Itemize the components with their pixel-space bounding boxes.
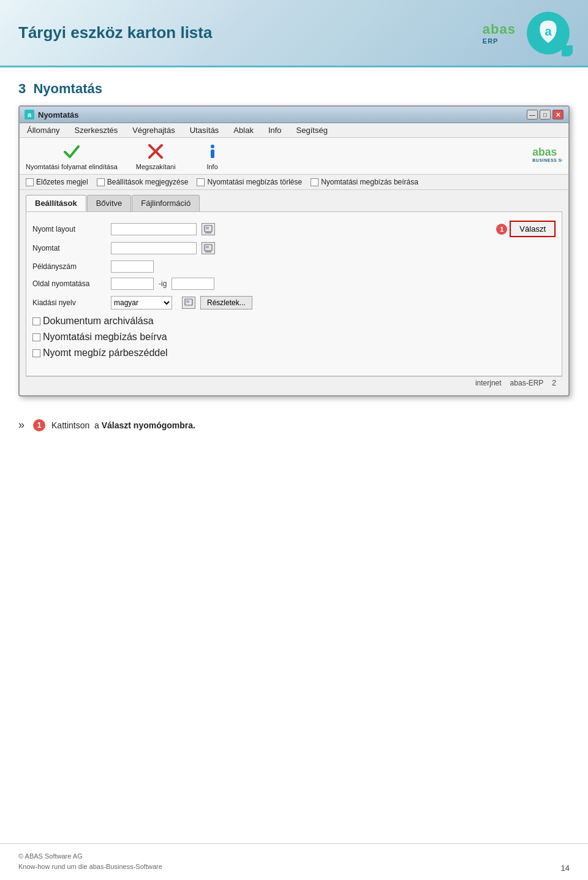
layout-label: Nyomt layout: [32, 225, 106, 233]
menu-vegrehajtás[interactable]: Végrehajtás: [130, 125, 177, 135]
checkbox-torlese-label: Nyomtatási megbízás törlése: [207, 178, 302, 186]
lang-select[interactable]: magyar: [111, 296, 172, 309]
page-title: Tárgyi eszköz karton lista: [18, 23, 212, 42]
checkbox-elozetes[interactable]: Előzetes megjel: [26, 178, 88, 186]
badge-1: 1: [496, 224, 507, 235]
svg-rect-4: [211, 150, 214, 158]
lang-row: Kiadási nyelv magyar Részletek...: [32, 296, 556, 309]
svg-rect-14: [186, 300, 189, 303]
menu-allomany[interactable]: Állomány: [24, 125, 62, 135]
dialog-titlebar: a Nyomtatás — □ ✕: [20, 107, 568, 123]
tab-beallitasok[interactable]: Beállítások: [26, 195, 86, 211]
page-header: Tárgyi eszköz karton lista abas ERP a: [0, 0, 588, 67]
layout-input[interactable]: [111, 223, 197, 235]
layout-row: Nyomt layout 1 Választ: [32, 221, 556, 237]
tab-fajlinfo[interactable]: Fájlinformáció: [132, 195, 200, 211]
svg-text:abas: abas: [532, 145, 557, 157]
svg-point-3: [211, 145, 214, 148]
copies-input[interactable]: [111, 260, 154, 273]
statusbar-db: abas-ERP: [510, 379, 544, 387]
menu-info[interactable]: Info: [266, 125, 284, 135]
statusbar: interjnet abas-ERP 2: [26, 376, 562, 389]
instruction-badge: 1: [33, 419, 45, 431]
instruction-row: » 1 Kattintson a Választ nyomógombra.: [0, 409, 588, 438]
checkbox-beallitasok[interactable]: Beállítások megjegyzése: [97, 178, 189, 186]
footer-tagline: Know-how rund um die abas-Business-Softw…: [18, 862, 162, 873]
menu-szerkesztes[interactable]: Szerkesztés: [72, 125, 120, 135]
pages-to-input[interactable]: [172, 278, 214, 290]
maximize-button[interactable]: □: [540, 110, 551, 119]
checkbox-elozetes-label: Előzetes megjel: [36, 178, 88, 186]
print-input[interactable]: [111, 242, 197, 254]
menu-utasitas[interactable]: Utasítás: [187, 125, 222, 135]
arrow-icon: »: [18, 419, 24, 431]
svg-rect-8: [206, 227, 209, 229]
checkbox-torlese-box[interactable]: [197, 178, 205, 186]
statusbar-page: 2: [552, 379, 556, 387]
window-controls[interactable]: — □ ✕: [527, 110, 564, 119]
svg-text:BUSINESS SOFTWARE: BUSINESS SOFTWARE: [532, 158, 562, 162]
archive-checkbox[interactable]: Dokumentum archiválása: [32, 316, 154, 327]
start-print-label: Nyomtatási folyamat elindítása: [26, 163, 118, 170]
svg-text:a: a: [545, 25, 552, 38]
copies-row: Példányszám: [32, 260, 556, 273]
dialog-window: a Nyomtatás — □ ✕ Állomány Szerkesztés V…: [18, 105, 570, 396]
archive-label: Dokumentum archiválása: [43, 316, 154, 327]
reszletek-button[interactable]: Részletek...: [200, 296, 252, 309]
print-order-label: Nyomtatási megbízás beírva: [43, 332, 167, 343]
checkmark-icon: [62, 142, 81, 161]
dialog-titlebar-left: a Nyomtatás: [24, 110, 78, 119]
lang-select-wrapper: magyar: [111, 296, 172, 309]
print-order-checkbox-box[interactable]: [32, 333, 40, 341]
print-order-row: Nyomtatási megbízás beírva: [32, 332, 556, 343]
dialog-label: Nyomt megbíz párbeszéddel: [43, 347, 168, 358]
print-label: Nyomtat: [32, 244, 106, 252]
cancel-button[interactable]: Megszakítani: [136, 142, 176, 170]
dialog-checkbox-row: Nyomt megbíz párbeszéddel: [32, 347, 556, 358]
checkbox-torlese[interactable]: Nyomtatási megbízás törlése: [197, 178, 302, 186]
toolbar-abas-logo: abas BUSINESS SOFTWARE: [532, 144, 562, 169]
footer-page: 14: [561, 863, 570, 873]
minimize-button[interactable]: —: [527, 110, 538, 119]
abas-logo-sub: ERP: [483, 37, 516, 45]
checkbox-beirasa-label: Nyomtatási megbízás beírása: [321, 178, 418, 186]
checkbox-beallitasok-box[interactable]: [97, 178, 105, 186]
instruction-text: Kattintson a Választ nyomógombra.: [51, 420, 195, 430]
abas-circle-icon: a: [527, 12, 570, 55]
print-order-checkbox[interactable]: Nyomtatási megbízás beírva: [32, 332, 167, 343]
tabs-area: Beállítások Bővitve Fájlinformáció: [20, 190, 568, 211]
info-icon: [203, 142, 222, 161]
start-print-button[interactable]: Nyomtatási folyamat elindítása: [26, 142, 118, 170]
checkbox-beirasa-box[interactable]: [311, 178, 318, 186]
svg-rect-11: [206, 246, 209, 248]
footer-left: © ABAS Software AG Know-how rund um die …: [18, 851, 162, 873]
dialog-checkbox[interactable]: Nyomt megbíz párbeszéddel: [32, 347, 168, 358]
archive-row: Dokumentum archiválása: [32, 316, 556, 327]
checkbox-elozetes-box[interactable]: [26, 178, 34, 186]
checkbox-row: Előzetes megjel Beállítások megjegyzése …: [20, 175, 568, 190]
menu-segitseg[interactable]: Segítség: [294, 125, 330, 135]
print-row: Nyomtat: [32, 242, 556, 254]
svg-text:a: a: [28, 111, 32, 118]
statusbar-server: interjnet: [475, 379, 502, 387]
close-button[interactable]: ✕: [552, 110, 564, 119]
valaszt-button[interactable]: Választ: [510, 221, 556, 237]
lang-label: Kiadási nyelv: [32, 298, 106, 307]
tabs-row: Beállítások Bővitve Fájlinformáció: [26, 195, 562, 211]
print-browse-button[interactable]: [202, 242, 215, 254]
layout-browse-button[interactable]: [202, 223, 215, 235]
checkbox-beirasa[interactable]: Nyomtatási megbízás beírása: [311, 178, 418, 186]
page-footer: © ABAS Software AG Know-how rund um die …: [0, 843, 588, 880]
abas-logo-text: abas: [483, 21, 516, 37]
menu-ablak[interactable]: Ablak: [231, 125, 256, 135]
dialog-title: Nyomtatás: [38, 110, 78, 119]
pages-from-input[interactable]: [111, 278, 154, 290]
archive-checkbox-box[interactable]: [32, 317, 40, 325]
tab-bovitve[interactable]: Bővitve: [87, 195, 132, 211]
ig-text: -ig: [159, 279, 167, 288]
dialog-checkbox-box[interactable]: [32, 349, 40, 357]
info-button[interactable]: Info: [194, 142, 231, 170]
copies-label: Példányszám: [32, 262, 106, 271]
lang-browse-button[interactable]: [182, 297, 195, 309]
menu-bar: Állomány Szerkesztés Végrehajtás Utasítá…: [20, 123, 568, 138]
